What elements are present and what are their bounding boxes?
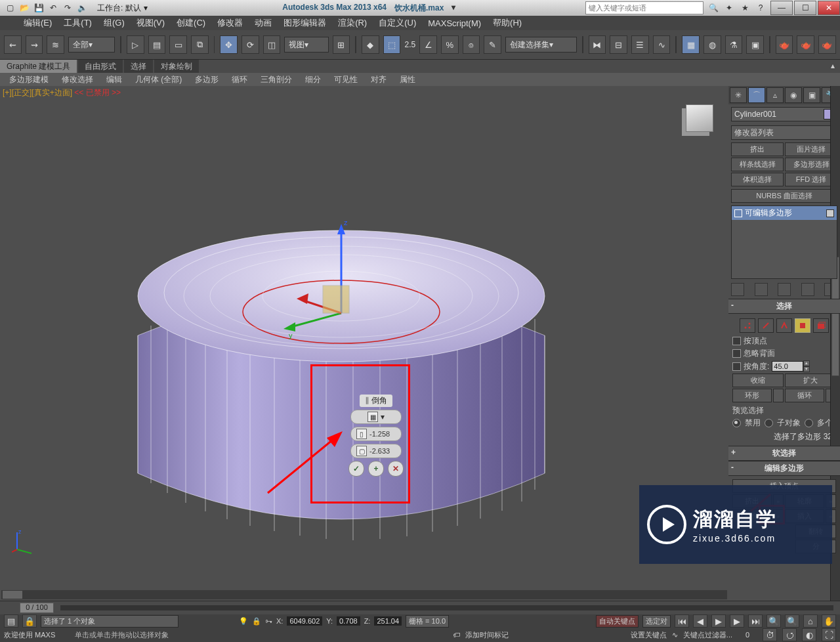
snap-icon[interactable]: ⬚ [383, 35, 401, 54]
key-filter-icon[interactable]: ∿ [672, 631, 678, 639]
ref-coord-dropdown[interactable]: 视图 ▾ [284, 37, 328, 53]
maxscript-mini-icon[interactable]: ▤ [4, 614, 18, 628]
caddy-height-row[interactable]: ▯-1.258 [350, 427, 402, 441]
material-editor-icon[interactable]: ◍ [704, 35, 721, 54]
teapot1-icon[interactable]: 🫖 [776, 35, 793, 54]
ring-button[interactable]: 环形 [732, 389, 772, 402]
shrink-button[interactable]: 收缩 [732, 374, 784, 387]
preset-volsel[interactable]: 体积选择 [731, 173, 784, 186]
unlink-icon[interactable]: ⇝ [26, 35, 43, 54]
orbit-icon[interactable]: ⭯ [782, 628, 797, 641]
rollout-editpoly-header[interactable]: -编辑多边形 [728, 461, 840, 476]
preset-nurbs[interactable]: NURBS 曲面选择 [731, 189, 837, 203]
ring-spin[interactable] [773, 389, 784, 402]
coord-x[interactable]: 6049.602 [287, 616, 322, 626]
tag-icon[interactable]: 🏷 [453, 631, 460, 639]
caddy-cancel-button[interactable]: ✕ [388, 461, 404, 477]
loop-button[interactable]: 循环 [785, 389, 824, 402]
walk-icon[interactable]: ◐ [802, 628, 816, 641]
menu-edit[interactable]: 编辑(E) [24, 17, 52, 29]
rsub-modsel[interactable]: 修改选择 [56, 74, 98, 86]
modify-tab-icon[interactable]: ⌒ [748, 87, 765, 103]
rsub-vis[interactable]: 可见性 [329, 74, 363, 86]
chk-by-vertex[interactable]: 按顶点 [732, 335, 836, 347]
play-icon[interactable]: ▶ [711, 614, 726, 628]
bind-icon[interactable]: ≋ [47, 35, 64, 54]
menu-tools[interactable]: 工具(T) [64, 17, 92, 29]
rollout-softsel-header[interactable]: +软选择 [728, 446, 840, 461]
workspace-dropdown[interactable]: 工作台: 默认 ▾ [92, 3, 153, 14]
unique-icon[interactable] [778, 283, 791, 296]
named-selection-set[interactable]: 创建选择集 ▾ [505, 37, 577, 53]
modifier-stack[interactable]: 可编辑多边形 [731, 205, 837, 279]
ribbon-tab-selection[interactable]: 选择 [124, 60, 153, 73]
create-tab-icon[interactable]: ✳ [730, 87, 747, 103]
caddy-outline-row[interactable]: ▢-2.633 [350, 444, 402, 458]
ribbon-tab-freeform[interactable]: 自由形式 [78, 60, 123, 73]
prev-frame-icon[interactable]: ◀ [693, 614, 707, 628]
rotate-icon[interactable]: ⟳ [242, 35, 259, 54]
so-polygon[interactable] [795, 318, 810, 333]
menu-views[interactable]: 视图(V) [136, 17, 165, 29]
rsub-geom[interactable]: 几何体 (全部) [130, 74, 187, 86]
schematic-icon[interactable]: ▦ [682, 35, 700, 54]
caddy-apply-button[interactable]: + [368, 461, 384, 477]
cylinder-model[interactable]: z y [0, 86, 702, 572]
rsub-edit[interactable]: 编辑 [101, 74, 127, 86]
maximize-vp-icon[interactable]: ⛶ [822, 628, 836, 641]
curve-editor-icon[interactable]: ∿ [653, 35, 671, 54]
menu-maxscript[interactable]: MAXScript(M) [428, 18, 481, 28]
render-setup-icon[interactable]: ⚗ [725, 35, 743, 54]
angle-spinner[interactable]: ▴▾ [772, 360, 810, 372]
close-button[interactable]: ✕ [818, 1, 840, 15]
selection-filter[interactable]: 全部 ▾ [68, 37, 115, 53]
window-crossing-icon[interactable]: ⧉ [191, 35, 209, 54]
chk-by-angle[interactable]: 按角度: ▴▾ [732, 360, 836, 372]
coord-y[interactable]: 0.708 [337, 616, 360, 626]
maximize-button[interactable]: ☐ [794, 1, 816, 15]
ortho-viewport[interactable]: [+][正交][真实+边面] << 已禁用 >> [0, 86, 728, 601]
layer-icon[interactable]: ☰ [631, 35, 649, 54]
qat-open-icon[interactable]: 📂 [18, 2, 30, 14]
time-track[interactable] [60, 605, 833, 610]
pan-icon[interactable]: ✋ [822, 614, 836, 628]
render-frame-icon[interactable]: ▣ [746, 35, 764, 54]
qat-save-icon[interactable]: 💾 [33, 2, 45, 14]
menu-customize[interactable]: 自定义(U) [379, 17, 416, 29]
help-icon[interactable]: ? [755, 2, 766, 14]
preset-patchsel[interactable]: 面片选择 [785, 142, 837, 156]
pin-stack-icon[interactable] [731, 283, 744, 296]
named-sel-edit-icon[interactable]: ✎ [484, 35, 501, 54]
key-icon[interactable]: 🗝 [265, 617, 272, 625]
menu-group[interactable]: 组(G) [104, 17, 125, 29]
autokey-button[interactable]: 自动关键点 [596, 615, 639, 628]
coord-z[interactable]: 251.04 [374, 616, 402, 626]
object-name-field[interactable]: Cylinder001 [731, 107, 837, 121]
rad-off[interactable] [732, 419, 741, 427]
menu-create[interactable]: 创建(C) [177, 17, 205, 29]
menu-help[interactable]: 帮助(H) [493, 17, 522, 29]
menu-animation[interactable]: 动画 [255, 17, 272, 29]
rsub-tri[interactable]: 三角剖分 [255, 74, 297, 86]
so-edge[interactable] [758, 318, 774, 333]
time-config-icon[interactable]: ⏱ [763, 628, 777, 641]
qat-new-icon[interactable]: ▢ [4, 2, 16, 14]
time-handle[interactable]: 0 / 100 [20, 603, 54, 613]
goto-end-icon[interactable]: ⏭ [748, 614, 763, 628]
zoom-icon[interactable]: 🔍 [766, 614, 781, 628]
menu-modifiers[interactable]: 修改器 [217, 17, 243, 29]
set-key-button[interactable]: 设置关键点 [631, 630, 667, 640]
grow-button[interactable]: 扩大 [785, 374, 836, 387]
preset-ffdsel[interactable]: FFD 选择 [785, 173, 837, 186]
selected-set[interactable]: 选定对 [642, 615, 671, 628]
ribbon-tab-graphite[interactable]: Graphite 建模工具 [0, 60, 77, 73]
goto-start-icon[interactable]: ⏮ [675, 614, 689, 628]
ribbon-tab-objpaint[interactable]: 对象绘制 [154, 60, 199, 73]
preset-splinesel[interactable]: 样条线选择 [731, 158, 784, 171]
pivot-icon[interactable]: ⊞ [333, 35, 350, 54]
infocenter-search-input[interactable] [585, 1, 704, 14]
add-time-tag[interactable]: 添加时间标记 [465, 630, 509, 640]
display-tab-icon[interactable]: ▣ [803, 87, 820, 103]
mirror-icon[interactable]: ⧓ [589, 35, 606, 54]
current-frame[interactable]: 0 [738, 631, 757, 639]
